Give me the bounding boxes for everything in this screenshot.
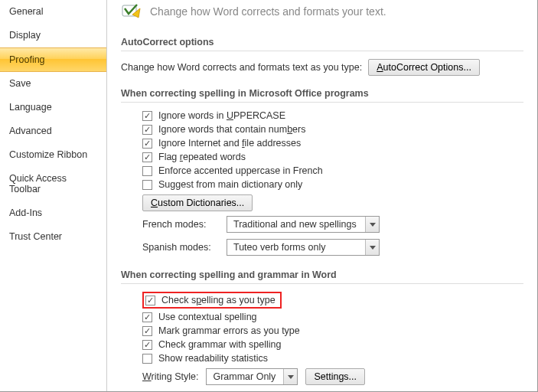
section-office-title: When correcting spelling in Microsoft Of…	[121, 83, 523, 103]
check-readability[interactable]	[142, 354, 152, 364]
writing-style-select[interactable]: Grammar Only	[206, 368, 298, 385]
spanish-modes-select[interactable]: Tuteo verb forms only	[227, 239, 380, 256]
highlight-check-spelling: Check spelling as you type	[142, 292, 282, 309]
autocorrect-desc: Change how Word corrects and formats tex…	[121, 62, 362, 73]
sidebar-item-save[interactable]: Save	[0, 72, 106, 96]
word-checks: Check spelling as you type Use contextua…	[121, 290, 523, 391]
sidebar-item-display[interactable]: Display	[0, 24, 106, 47]
sidebar-item-general[interactable]: General	[0, 0, 106, 24]
chevron-down-icon	[365, 240, 379, 255]
sidebar-item-customize-ribbon[interactable]: Customize Ribbon	[0, 143, 106, 167]
label-spelling-as-type: Check spelling as you type	[161, 295, 276, 305]
section-autocorrect-title: AutoCorrect options	[121, 32, 523, 51]
label-grammar-as-type: Mark grammar errors as you type	[158, 325, 300, 336]
french-modes-label: French modes:	[142, 219, 219, 230]
check-ignore-numbers[interactable]	[142, 125, 152, 135]
label-french-accent: Enforce accented uppercase in French	[158, 165, 323, 176]
label-ignore-numbers: Ignore words that contain numbers	[158, 124, 305, 135]
label-ignore-uppercase: Ignore words in UPPERCASE	[158, 110, 285, 121]
label-ignore-internet: Ignore Internet and file addresses	[158, 138, 301, 149]
label-flag-repeated: Flag repeated words	[158, 152, 246, 162]
sidebar-item-quick-access[interactable]: Quick Access Toolbar	[0, 167, 106, 201]
section-word-title: When correcting spelling and grammar in …	[121, 265, 523, 284]
sidebar-item-advanced[interactable]: Advanced	[0, 119, 106, 143]
autocorrect-options-button[interactable]: AutoCorrect Options...	[368, 59, 480, 76]
sidebar-item-trust-center[interactable]: Trust Center	[0, 225, 106, 249]
check-flag-repeated[interactable]	[142, 152, 152, 162]
check-french-accent[interactable]	[142, 166, 152, 176]
label-grammar-with-spelling: Check grammar with spelling	[158, 339, 281, 350]
check-grammar-with-spelling[interactable]	[142, 340, 152, 350]
label-readability: Show readability statistics	[158, 353, 268, 364]
check-ignore-internet[interactable]	[142, 139, 152, 149]
sidebar-item-proofing[interactable]: Proofing	[0, 47, 106, 72]
check-spelling-as-type[interactable]	[145, 296, 155, 305]
spanish-modes-label: Spanish modes:	[142, 242, 219, 253]
proofing-icon	[121, 3, 142, 20]
custom-dictionaries-button[interactable]: Custom Dictionaries...	[142, 194, 253, 211]
check-ignore-uppercase[interactable]	[142, 111, 152, 121]
header-text: Change how Word corrects and formats you…	[150, 5, 386, 18]
chevron-down-icon	[365, 217, 379, 232]
sidebar: General Display Proofing Save Language A…	[0, 0, 107, 391]
writing-style-label: Writing Style:	[142, 371, 198, 382]
check-grammar-as-type[interactable]	[142, 326, 152, 336]
chevron-down-icon	[283, 369, 297, 384]
sidebar-item-addins[interactable]: Add-Ins	[0, 201, 106, 225]
main-panel: Change how Word corrects and formats you…	[107, 0, 537, 391]
check-main-dict[interactable]	[142, 180, 152, 190]
sidebar-item-language[interactable]: Language	[0, 96, 106, 119]
french-modes-select[interactable]: Traditional and new spellings	[227, 216, 380, 233]
check-contextual-spelling[interactable]	[142, 312, 152, 322]
label-main-dict: Suggest from main dictionary only	[158, 179, 302, 190]
settings-button[interactable]: Settings...	[305, 368, 365, 385]
office-checks: Ignore words in UPPERCASE Ignore words t…	[121, 109, 523, 259]
label-contextual-spelling: Use contextual spelling	[158, 312, 257, 322]
